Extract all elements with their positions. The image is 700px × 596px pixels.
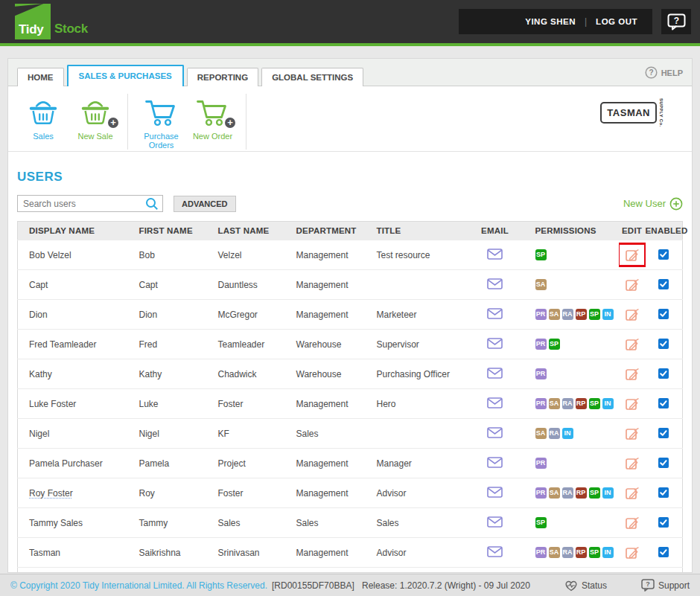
enabled-checkbox[interactable] (658, 368, 669, 379)
permission-badge: IN (602, 309, 614, 320)
cell-permissions: PR (524, 449, 619, 478)
toolbar-new-order-button[interactable]: + New Order (187, 94, 246, 150)
email-icon[interactable] (487, 397, 503, 408)
search-row: ADVANCED New User (17, 195, 683, 212)
tab-sales-purchases[interactable]: SALES & PURCHASES (67, 65, 184, 86)
permission-badge: IN (562, 428, 573, 439)
advanced-button[interactable]: ADVANCED (174, 196, 236, 212)
permission-badge: SA (535, 428, 547, 439)
main-content: HOMESALES & PURCHASESREPORTINGGLOBAL SET… (7, 58, 693, 573)
cell-permissions: PRSP (524, 330, 619, 359)
cell-enabled (646, 270, 683, 300)
app-logo[interactable]: Tidy Stock (15, 4, 88, 39)
column-header-first-name: FIRST NAME (128, 222, 207, 240)
edit-icon[interactable] (620, 542, 644, 563)
email-icon[interactable] (487, 546, 503, 557)
cell-title: Sales (366, 568, 466, 574)
cell-last-name: KF (207, 419, 285, 449)
permission-badge: PR (535, 487, 547, 499)
cell-email (466, 270, 524, 300)
toolbar-purchase-orders-button[interactable]: Purchase Orders (127, 94, 187, 150)
edit-icon[interactable] (620, 453, 644, 473)
cell-title: Supervisor (366, 330, 466, 359)
cell-display-name: Wendy Sellers (18, 568, 128, 574)
edit-icon[interactable] (620, 483, 644, 503)
edit-icon[interactable] (620, 245, 644, 265)
cell-permissions: SP (524, 508, 619, 538)
email-icon[interactable] (487, 457, 503, 468)
enabled-checkbox[interactable] (658, 547, 669, 557)
cell-last-name: Sellers (207, 568, 285, 574)
edit-icon[interactable] (620, 304, 644, 324)
edit-icon[interactable] (620, 275, 644, 295)
enabled-checkbox[interactable] (658, 279, 669, 289)
current-user-name[interactable]: YING SHEN (525, 17, 576, 26)
email-icon[interactable] (487, 487, 503, 498)
permission-badge: PR (535, 458, 547, 469)
toolbar-sales-button[interactable]: Sales (17, 94, 69, 150)
tab-bar-tabs: HOMESALES & PURCHASESREPORTINGGLOBAL SET… (17, 65, 366, 86)
cell-permissions: PRSARARPSPIN (524, 538, 619, 568)
edit-icon[interactable] (620, 364, 644, 384)
email-icon[interactable] (487, 516, 503, 528)
help-button[interactable]: ? HELP (645, 66, 683, 79)
copyright-link[interactable]: © Copyright 2020 Tidy International Limi… (10, 580, 267, 591)
email-icon[interactable] (487, 427, 503, 438)
new-user-button[interactable]: New User (623, 197, 683, 211)
email-icon[interactable] (487, 368, 503, 379)
toolbar-button-label: Sales (33, 132, 54, 141)
enabled-checkbox[interactable] (658, 249, 669, 260)
cell-title: Purchasing Officer (366, 359, 466, 389)
toolbar-buttons: Sales + New Sale Purchase Orders (17, 94, 252, 150)
cell-title: Hero (366, 389, 466, 419)
edit-icon[interactable] (620, 423, 644, 443)
tab-reporting[interactable]: REPORTING (187, 68, 258, 86)
enabled-checkbox[interactable] (658, 398, 669, 408)
check-icon (659, 399, 668, 408)
search-icon[interactable] (145, 197, 159, 211)
status-button[interactable]: Status (564, 580, 607, 592)
enabled-checkbox[interactable] (658, 517, 669, 528)
edit-icon[interactable] (620, 513, 644, 533)
toolbar-new-sale-button[interactable]: + New Sale (69, 94, 121, 150)
heart-pulse-icon (564, 580, 578, 592)
cell-email (466, 300, 524, 330)
permission-badge: RA (562, 309, 573, 320)
tab-bar: HOMESALES & PURCHASESREPORTINGGLOBAL SET… (8, 59, 692, 86)
logout-button[interactable]: LOG OUT (596, 17, 637, 26)
email-icon[interactable] (487, 278, 503, 289)
table-row: Wendy Sellers Wendy Sellers Sales Sales … (18, 568, 683, 574)
email-icon[interactable] (487, 249, 503, 260)
cell-department: Management (285, 478, 366, 508)
cell-enabled (646, 330, 683, 359)
cell-display-name: Fred Teamleader (18, 330, 128, 359)
email-icon[interactable] (487, 338, 503, 349)
cell-first-name: Pamela (128, 449, 207, 478)
cell-display-name: Pamela Purchaser (18, 449, 128, 478)
column-header-email: EMAIL (466, 222, 524, 240)
cell-email (466, 330, 524, 359)
permission-badge: RA (562, 398, 573, 409)
enabled-checkbox[interactable] (658, 487, 669, 498)
tab-global-settings[interactable]: GLOBAL SETTINGS (261, 68, 363, 86)
cell-department: Sales (285, 568, 366, 574)
cell-email (466, 419, 524, 449)
enabled-checkbox[interactable] (658, 428, 669, 438)
edit-icon[interactable] (620, 572, 644, 573)
cell-edit (619, 300, 646, 330)
search-input[interactable] (23, 199, 142, 209)
cell-last-name: Velzel (207, 240, 285, 270)
tab-home[interactable]: HOME (17, 68, 64, 86)
email-icon[interactable] (487, 308, 503, 319)
table-row: Bob Velzel Bob Velzel Management Test re… (18, 240, 683, 270)
edit-icon[interactable] (620, 394, 644, 414)
table-header-row: DISPLAY NAMEFIRST NAMELAST NAMEDEPARTMEN… (18, 222, 683, 240)
column-header-display-name: DISPLAY NAME (18, 222, 128, 240)
enabled-checkbox[interactable] (658, 339, 669, 349)
enabled-checkbox[interactable] (658, 458, 669, 468)
enabled-checkbox[interactable] (658, 309, 669, 319)
column-header-enabled: ENABLED (646, 222, 683, 240)
header-help-button[interactable]: ? (661, 9, 691, 34)
support-button[interactable]: ? Support (641, 579, 690, 592)
edit-icon[interactable] (620, 334, 644, 354)
